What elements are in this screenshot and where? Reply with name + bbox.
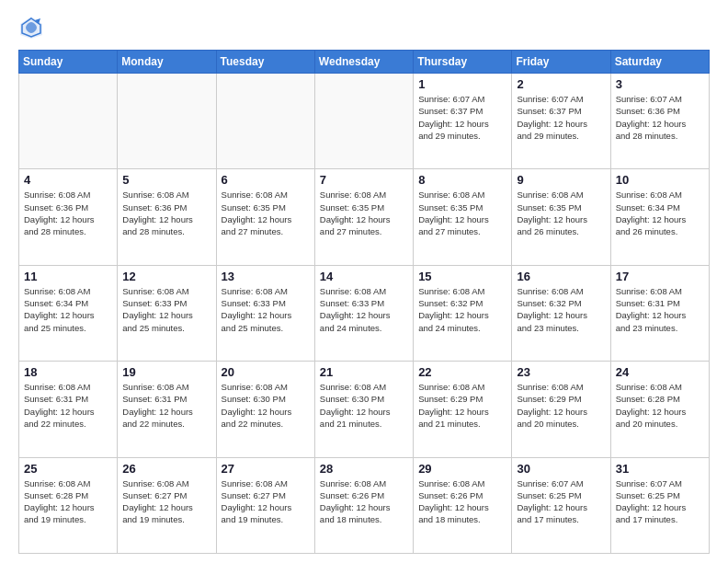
day-info: Sunrise: 6:08 AM Sunset: 6:28 PM Dayligh… [616, 381, 704, 430]
calendar-cell: 20Sunrise: 6:08 AM Sunset: 6:30 PM Dayli… [216, 362, 314, 457]
day-number: 20 [222, 365, 310, 379]
day-number: 2 [517, 77, 605, 91]
day-number: 18 [24, 365, 112, 379]
day-info: Sunrise: 6:08 AM Sunset: 6:32 PM Dayligh… [517, 285, 605, 334]
day-info: Sunrise: 6:08 AM Sunset: 6:36 PM Dayligh… [24, 189, 112, 237]
day-number: 26 [122, 462, 210, 476]
calendar-cell: 17Sunrise: 6:08 AM Sunset: 6:31 PM Dayli… [610, 265, 709, 361]
day-number: 12 [122, 270, 210, 283]
day-info: Sunrise: 6:08 AM Sunset: 6:35 PM Dayligh… [222, 189, 310, 237]
day-info: Sunrise: 6:08 AM Sunset: 6:33 PM Dayligh… [222, 285, 310, 334]
day-number: 19 [122, 365, 210, 379]
calendar-cell: 31Sunrise: 6:07 AM Sunset: 6:25 PM Dayli… [610, 457, 709, 553]
calendar-cell: 22Sunrise: 6:08 AM Sunset: 6:29 PM Dayli… [414, 362, 512, 457]
calendar-cell [314, 74, 413, 169]
calendar-cell: 21Sunrise: 6:08 AM Sunset: 6:30 PM Dayli… [314, 362, 413, 457]
calendar-cell: 25Sunrise: 6:08 AM Sunset: 6:28 PM Dayli… [19, 457, 118, 553]
weekday-header-sunday: Sunday [19, 51, 118, 74]
day-number: 29 [418, 462, 506, 476]
calendar-cell: 9Sunrise: 6:08 AM Sunset: 6:35 PM Daylig… [512, 169, 610, 265]
calendar-cell: 2Sunrise: 6:07 AM Sunset: 6:37 PM Daylig… [512, 74, 610, 169]
day-info: Sunrise: 6:08 AM Sunset: 6:27 PM Dayligh… [122, 477, 210, 526]
week-row-3: 11Sunrise: 6:08 AM Sunset: 6:34 PM Dayli… [19, 265, 710, 361]
day-number: 6 [222, 173, 310, 187]
weekday-header-monday: Monday [118, 51, 216, 74]
day-number: 10 [616, 173, 704, 187]
calendar-cell: 14Sunrise: 6:08 AM Sunset: 6:33 PM Dayli… [314, 265, 413, 361]
day-info: Sunrise: 6:08 AM Sunset: 6:31 PM Dayligh… [122, 381, 210, 430]
day-number: 15 [418, 270, 506, 283]
day-number: 1 [418, 77, 506, 91]
day-info: Sunrise: 6:08 AM Sunset: 6:33 PM Dayligh… [320, 285, 408, 334]
weekday-header-friday: Friday [512, 51, 610, 74]
day-info: Sunrise: 6:08 AM Sunset: 6:29 PM Dayligh… [517, 381, 605, 430]
weekday-header-row: SundayMondayTuesdayWednesdayThursdayFrid… [19, 51, 710, 74]
day-number: 9 [517, 173, 605, 187]
weekday-header-thursday: Thursday [414, 51, 512, 74]
day-info: Sunrise: 6:08 AM Sunset: 6:34 PM Dayligh… [616, 189, 704, 237]
day-number: 8 [418, 173, 506, 187]
day-number: 23 [517, 365, 605, 379]
day-info: Sunrise: 6:08 AM Sunset: 6:26 PM Dayligh… [320, 477, 408, 526]
day-number: 28 [320, 462, 408, 476]
day-info: Sunrise: 6:07 AM Sunset: 6:36 PM Dayligh… [616, 93, 704, 142]
calendar-cell: 15Sunrise: 6:08 AM Sunset: 6:32 PM Dayli… [414, 265, 512, 361]
day-number: 11 [24, 270, 112, 283]
calendar-cell [118, 74, 216, 169]
calendar-cell: 23Sunrise: 6:08 AM Sunset: 6:29 PM Dayli… [512, 362, 610, 457]
calendar-cell: 26Sunrise: 6:08 AM Sunset: 6:27 PM Dayli… [118, 457, 216, 553]
week-row-4: 18Sunrise: 6:08 AM Sunset: 6:31 PM Dayli… [19, 362, 710, 457]
page: SundayMondayTuesdayWednesdayThursdayFrid… [0, 0, 728, 563]
calendar-cell: 30Sunrise: 6:07 AM Sunset: 6:25 PM Dayli… [512, 457, 610, 553]
day-info: Sunrise: 6:07 AM Sunset: 6:25 PM Dayligh… [517, 477, 605, 526]
weekday-header-saturday: Saturday [610, 51, 709, 74]
weekday-header-tuesday: Tuesday [216, 51, 314, 74]
day-number: 30 [517, 462, 605, 476]
calendar-cell: 28Sunrise: 6:08 AM Sunset: 6:26 PM Dayli… [314, 457, 413, 553]
calendar-cell: 10Sunrise: 6:08 AM Sunset: 6:34 PM Dayli… [610, 169, 709, 265]
header [18, 15, 710, 40]
week-row-2: 4Sunrise: 6:08 AM Sunset: 6:36 PM Daylig… [19, 169, 710, 265]
day-info: Sunrise: 6:08 AM Sunset: 6:33 PM Dayligh… [122, 285, 210, 334]
calendar-cell: 1Sunrise: 6:07 AM Sunset: 6:37 PM Daylig… [414, 74, 512, 169]
day-info: Sunrise: 6:08 AM Sunset: 6:35 PM Dayligh… [517, 189, 605, 237]
day-number: 4 [24, 173, 112, 187]
calendar-cell: 24Sunrise: 6:08 AM Sunset: 6:28 PM Dayli… [610, 362, 709, 457]
day-number: 5 [122, 173, 210, 187]
calendar-cell: 16Sunrise: 6:08 AM Sunset: 6:32 PM Dayli… [512, 265, 610, 361]
day-info: Sunrise: 6:08 AM Sunset: 6:35 PM Dayligh… [320, 189, 408, 237]
day-info: Sunrise: 6:08 AM Sunset: 6:36 PM Dayligh… [122, 189, 210, 237]
logo-icon [18, 15, 44, 40]
calendar-cell: 7Sunrise: 6:08 AM Sunset: 6:35 PM Daylig… [314, 169, 413, 265]
weekday-header-wednesday: Wednesday [314, 51, 413, 74]
day-info: Sunrise: 6:07 AM Sunset: 6:37 PM Dayligh… [418, 93, 506, 142]
day-number: 16 [517, 270, 605, 283]
day-info: Sunrise: 6:08 AM Sunset: 6:32 PM Dayligh… [418, 285, 506, 334]
day-number: 13 [222, 270, 310, 283]
day-info: Sunrise: 6:08 AM Sunset: 6:30 PM Dayligh… [320, 381, 408, 430]
day-number: 22 [418, 365, 506, 379]
calendar-cell: 3Sunrise: 6:07 AM Sunset: 6:36 PM Daylig… [610, 74, 709, 169]
calendar-cell [19, 74, 118, 169]
day-info: Sunrise: 6:08 AM Sunset: 6:27 PM Dayligh… [222, 477, 310, 526]
day-info: Sunrise: 6:08 AM Sunset: 6:28 PM Dayligh… [24, 477, 112, 526]
day-info: Sunrise: 6:08 AM Sunset: 6:31 PM Dayligh… [24, 381, 112, 430]
day-number: 3 [616, 77, 704, 91]
day-info: Sunrise: 6:08 AM Sunset: 6:26 PM Dayligh… [418, 477, 506, 526]
calendar-cell [216, 74, 314, 169]
day-info: Sunrise: 6:08 AM Sunset: 6:29 PM Dayligh… [418, 381, 506, 430]
calendar-cell: 11Sunrise: 6:08 AM Sunset: 6:34 PM Dayli… [19, 265, 118, 361]
day-number: 25 [24, 462, 112, 476]
calendar-cell: 8Sunrise: 6:08 AM Sunset: 6:35 PM Daylig… [414, 169, 512, 265]
week-row-1: 1Sunrise: 6:07 AM Sunset: 6:37 PM Daylig… [19, 74, 710, 169]
calendar-cell: 6Sunrise: 6:08 AM Sunset: 6:35 PM Daylig… [216, 169, 314, 265]
calendar-cell: 29Sunrise: 6:08 AM Sunset: 6:26 PM Dayli… [414, 457, 512, 553]
week-row-5: 25Sunrise: 6:08 AM Sunset: 6:28 PM Dayli… [19, 457, 710, 553]
day-info: Sunrise: 6:07 AM Sunset: 6:37 PM Dayligh… [517, 93, 605, 142]
calendar-cell: 27Sunrise: 6:08 AM Sunset: 6:27 PM Dayli… [216, 457, 314, 553]
logo [18, 15, 46, 40]
calendar-cell: 18Sunrise: 6:08 AM Sunset: 6:31 PM Dayli… [19, 362, 118, 457]
day-info: Sunrise: 6:08 AM Sunset: 6:31 PM Dayligh… [616, 285, 704, 334]
calendar-cell: 13Sunrise: 6:08 AM Sunset: 6:33 PM Dayli… [216, 265, 314, 361]
day-number: 31 [616, 462, 704, 476]
